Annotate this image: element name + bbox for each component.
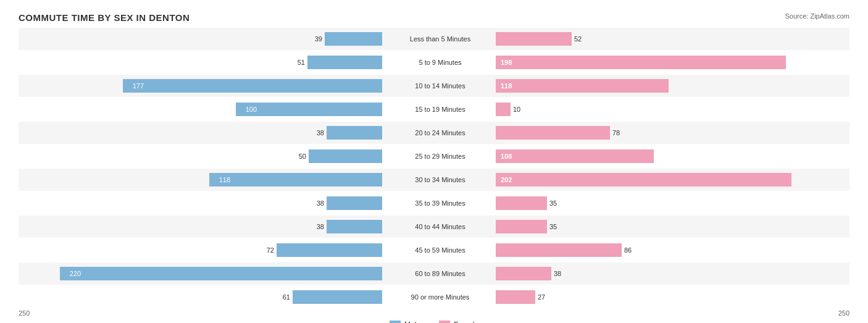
right-section: 38	[496, 267, 849, 280]
legend-male: Male	[390, 321, 420, 323]
legend: Male Female	[19, 321, 849, 323]
row-label: 5 to 9 Minutes	[385, 59, 496, 66]
chart-container: COMMUTE TIME BY SEX IN DENTON Source: Zi…	[0, 0, 868, 323]
row-label: 35 to 39 Minutes	[385, 199, 496, 207]
right-section: 52	[496, 32, 849, 46]
chart-row: 22060 to 89 Minutes38	[19, 262, 849, 285]
male-bar	[327, 196, 382, 210]
right-section: 78	[496, 126, 849, 140]
chart-row: 17710 to 14 Minutes118	[19, 75, 849, 97]
left-section: 38	[19, 126, 385, 140]
male-bar	[309, 149, 382, 163]
female-bar: 118	[496, 79, 669, 93]
legend-female: Female	[439, 321, 478, 323]
row-label: 60 to 89 Minutes	[385, 270, 496, 277]
male-value: 50	[288, 153, 306, 160]
female-value: 10	[513, 106, 520, 113]
left-section: 51	[19, 56, 385, 69]
male-value: 72	[256, 246, 274, 254]
female-bar	[496, 267, 551, 280]
male-bar	[327, 220, 382, 233]
chart-row: 3840 to 44 Minutes35	[19, 216, 849, 238]
chart-row: 6190 or more Minutes27	[19, 286, 849, 308]
female-bar: 198	[496, 56, 786, 69]
left-section: 50	[19, 149, 385, 163]
chart-area: 39Less than 5 Minutes52515 to 9 Minutes1…	[19, 28, 849, 308]
legend-male-box	[390, 321, 401, 323]
chart-row: 11830 to 34 Minutes202	[19, 169, 849, 191]
female-value: 78	[612, 129, 620, 136]
female-value: 27	[538, 293, 545, 301]
male-bar: 100	[236, 103, 382, 116]
chart-row: 10015 to 19 Minutes10	[19, 98, 849, 120]
row-label: 20 to 24 Minutes	[385, 129, 496, 136]
female-value: 35	[549, 199, 557, 207]
female-value: 108	[501, 153, 512, 160]
left-section: 72	[19, 243, 385, 257]
row-label: Less than 5 Minutes	[385, 35, 496, 43]
chart-row: 515 to 9 Minutes198	[19, 51, 849, 73]
scale-left: 250	[19, 309, 30, 317]
female-value: 35	[549, 223, 557, 230]
female-value: 198	[501, 59, 512, 66]
female-bar	[496, 126, 610, 140]
female-value: 202	[501, 176, 512, 183]
left-section: 100	[19, 103, 385, 116]
female-bar	[496, 196, 547, 210]
scale-labels: 250 250	[19, 309, 849, 317]
male-value: 220	[62, 270, 81, 277]
female-bar	[496, 103, 511, 116]
chart-row: 39Less than 5 Minutes52	[19, 28, 849, 50]
right-section: 202	[496, 173, 849, 187]
male-value: 39	[304, 35, 322, 43]
right-section: 27	[496, 290, 849, 304]
female-bar: 202	[496, 173, 791, 187]
male-value: 177	[125, 82, 144, 90]
right-section: 35	[496, 196, 849, 210]
right-section: 108	[496, 149, 849, 163]
chart-row: 5025 to 29 Minutes108	[19, 145, 849, 167]
male-value: 100	[238, 106, 257, 113]
row-label: 30 to 34 Minutes	[385, 176, 496, 183]
female-value: 52	[574, 35, 582, 43]
row-label: 25 to 29 Minutes	[385, 153, 496, 160]
left-section: 38	[19, 220, 385, 233]
female-bar	[496, 32, 572, 46]
male-bar	[277, 243, 382, 257]
left-section: 39	[19, 32, 385, 46]
row-label: 45 to 59 Minutes	[385, 246, 496, 254]
source-label: Source: ZipAtlas.com	[785, 12, 849, 20]
male-value: 51	[286, 59, 305, 66]
left-section: 177	[19, 79, 385, 93]
row-label: 40 to 44 Minutes	[385, 223, 496, 230]
male-value: 38	[306, 223, 324, 230]
chart-title: COMMUTE TIME BY SEX IN DENTON	[19, 12, 849, 23]
male-bar: 177	[123, 79, 382, 93]
left-section: 118	[19, 173, 385, 187]
male-bar: 118	[209, 173, 382, 187]
chart-row: 3820 to 24 Minutes78	[19, 122, 849, 144]
row-label: 10 to 14 Minutes	[385, 82, 496, 90]
left-section: 38	[19, 196, 385, 210]
row-label: 15 to 19 Minutes	[385, 106, 496, 113]
chart-row: 7245 to 59 Minutes86	[19, 239, 849, 261]
male-value: 61	[272, 293, 290, 301]
female-value: 38	[554, 270, 561, 277]
male-value: 38	[306, 129, 324, 136]
left-section: 220	[19, 267, 385, 280]
female-value: 86	[624, 246, 632, 254]
legend-female-box	[439, 321, 450, 323]
male-value: 118	[212, 176, 230, 183]
male-bar	[327, 126, 382, 140]
row-label: 90 or more Minutes	[385, 293, 496, 301]
female-bar	[496, 220, 547, 233]
right-section: 198	[496, 56, 849, 69]
male-bar	[293, 290, 382, 304]
male-value: 38	[306, 199, 324, 207]
legend-female-label: Female	[454, 321, 478, 323]
right-section: 35	[496, 220, 849, 233]
left-section: 61	[19, 290, 385, 304]
female-value: 118	[501, 82, 512, 90]
female-bar: 108	[496, 149, 654, 163]
right-section: 118	[496, 79, 849, 93]
